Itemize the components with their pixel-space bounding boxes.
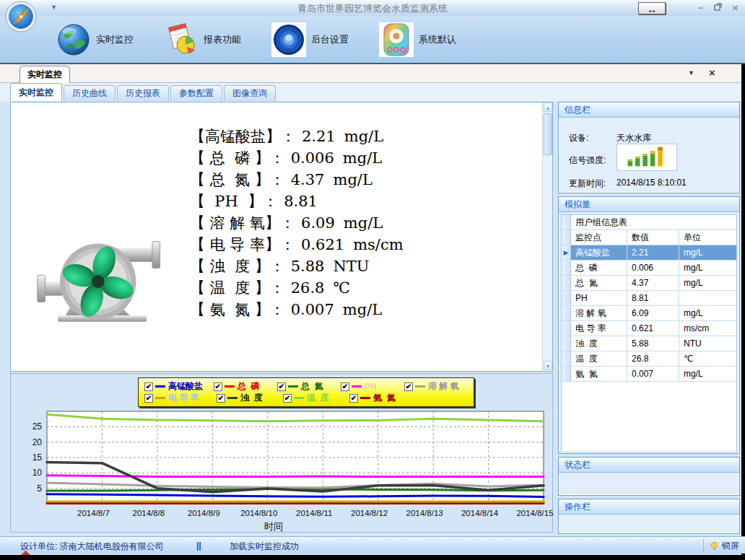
- reading-value: 26.8: [291, 279, 325, 297]
- compass-logo-icon[interactable]: [5, 1, 37, 32]
- table-row[interactable]: PH8.81: [562, 291, 736, 306]
- app-title: 青岛市世界园艺博览会水质监测系统: [0, 2, 745, 15]
- legend-item[interactable]: 温 度: [283, 392, 349, 404]
- reading-colon: ：: [280, 213, 295, 233]
- scroll-thumb[interactable]: [544, 113, 552, 155]
- update-time-label: 更新时间:: [569, 178, 606, 190]
- reading-unit: NTU: [333, 258, 369, 275]
- cell-value: 26.8: [627, 351, 679, 366]
- cell-value: 2.21: [627, 245, 679, 260]
- legend-checkbox[interactable]: [217, 394, 225, 403]
- minimize-button[interactable]: –: [699, 3, 704, 13]
- cell-unit: NTU: [679, 336, 736, 351]
- cell-point: 总 磷: [571, 261, 627, 275]
- update-time-value: 2014/8/15 8:10:01: [617, 178, 687, 188]
- cell-value: 5.88: [627, 336, 679, 351]
- row-indicator: [562, 336, 571, 351]
- table-header-row: 监控点 数值 单位: [562, 230, 736, 245]
- legend-checkbox[interactable]: [349, 394, 358, 403]
- legend-checkbox[interactable]: [144, 382, 153, 391]
- close-button[interactable]: ×: [731, 3, 739, 13]
- toolbar-button-label: 实时监控: [96, 33, 134, 46]
- lock-screen-button[interactable]: 锁屏: [703, 539, 739, 552]
- legend-checkbox[interactable]: [144, 394, 153, 403]
- legend-item[interactable]: 高锰酸盐: [144, 380, 214, 393]
- signal-label: 信号强度:: [569, 154, 606, 167]
- legend-item[interactable]: 总 磷: [214, 380, 277, 393]
- cell-unit: ms/cm: [679, 321, 736, 336]
- device-label: 设备:: [569, 132, 588, 144]
- toolbar-button-backend-settings[interactable]: 后台设置: [267, 20, 353, 59]
- resize-button[interactable]: ↔: [638, 2, 666, 14]
- legend-item[interactable]: 氨 氮: [349, 392, 416, 404]
- table-row[interactable]: 总 磷0.006mg/L: [562, 261, 736, 276]
- reading-colon: ：: [263, 191, 278, 211]
- scroll-up-button[interactable]: ▲: [544, 102, 552, 112]
- toolbar-button-system-default[interactable]: 系统默认: [375, 20, 461, 59]
- svg-text:2014/8/12: 2014/8/12: [351, 509, 388, 517]
- reading-colon: ：: [270, 148, 285, 168]
- tab-close-icon[interactable]: ×: [709, 66, 715, 79]
- inner-tab-1[interactable]: 历史曲线: [64, 85, 116, 101]
- legend-checkbox[interactable]: [214, 382, 222, 391]
- inner-tab-2[interactable]: 历史报表: [117, 85, 169, 101]
- legend-color-dash: [415, 385, 425, 388]
- reading-label: 【 总 磷 】: [190, 148, 270, 168]
- inner-tab-0[interactable]: 实时监控: [10, 83, 62, 101]
- table-row[interactable]: 溶 解 氧6.09mg/L: [562, 306, 736, 321]
- reading-unit: ms/cm: [353, 236, 403, 253]
- tab-list-caret-icon[interactable]: ▼: [688, 69, 694, 76]
- scroll-down-button[interactable]: ▼: [544, 361, 552, 370]
- cell-unit: mg/L: [679, 245, 736, 260]
- device-value: 天水水库: [617, 132, 651, 144]
- reading-line: 【 氨 氮 】：0.007mg/L: [190, 299, 404, 320]
- cell-point: 温 度: [571, 351, 627, 366]
- reading-value: 0.621: [301, 236, 344, 253]
- restore-button[interactable]: [714, 3, 720, 13]
- svg-text:2014/8/10: 2014/8/10: [240, 509, 277, 517]
- toolbar-button-report[interactable]: 报表功能: [160, 20, 245, 59]
- legend-item[interactable]: 电 导 率: [144, 392, 217, 404]
- legend-checkbox[interactable]: [277, 382, 286, 391]
- table-row[interactable]: 电 导 率0.621ms/cm: [562, 321, 736, 336]
- legend-checkbox[interactable]: [404, 382, 413, 391]
- legend-item[interactable]: 溶 解 氧: [404, 380, 468, 393]
- legend-label: 氨 氮: [373, 392, 396, 404]
- legend-item[interactable]: PH: [341, 382, 404, 392]
- reading-value: 2.21: [302, 128, 336, 145]
- legend-checkbox[interactable]: [283, 394, 292, 403]
- legend-checkbox[interactable]: [341, 382, 349, 391]
- title-bar: 青岛市世界园艺博览会水质监测系统 ▼ ↔ – ×: [0, 0, 745, 16]
- svg-text:2014/8/8: 2014/8/8: [133, 509, 165, 517]
- svg-text:2014/8/14: 2014/8/14: [461, 509, 499, 517]
- svg-text:20: 20: [32, 437, 43, 447]
- legend-row: 电 导 率浊 度温 度氨 氮: [144, 393, 468, 403]
- table-row[interactable]: ▶高锰酸盐2.21mg/L: [562, 245, 736, 261]
- legend-item[interactable]: 浊 度: [217, 392, 283, 404]
- vertical-scrollbar[interactable]: ▲ ▼: [542, 102, 552, 370]
- svg-text:25: 25: [32, 421, 43, 432]
- table-row[interactable]: 温 度26.8℃: [562, 351, 736, 367]
- legend-item[interactable]: 总 氮: [277, 380, 341, 393]
- table-row[interactable]: 浊 度5.88NTU: [562, 336, 736, 351]
- toolbar-button-realtime-globe[interactable]: 实时监控: [52, 20, 138, 59]
- reading-colon: ：: [270, 256, 285, 276]
- reading-line: 【 浊 度 】：5.88NTU: [190, 255, 404, 277]
- reading-label: 【 总 氮 】: [190, 170, 270, 190]
- cell-point: 氨 氮: [571, 367, 627, 381]
- cell-unit: [679, 291, 736, 305]
- reading-line: 【 总 氮 】：4.37mg/L: [190, 169, 404, 191]
- app-window: 青岛市世界园艺博览会水质监测系统 ▼ ↔ – × 实时监控报表功能后台设置系统默…: [0, 0, 745, 555]
- legend-color-dash: [294, 397, 304, 399]
- reading-value: 8.81: [284, 193, 318, 210]
- table-row[interactable]: 总 氮4.37mg/L: [562, 276, 736, 291]
- info-panel-title: 信息栏: [559, 102, 739, 118]
- tab-realtime-monitor[interactable]: 实时监控: [19, 66, 70, 83]
- statusbar-separator: ||: [196, 541, 201, 551]
- reading-unit: mg/L: [344, 214, 383, 232]
- quick-access-caret-icon[interactable]: ▼: [51, 4, 57, 11]
- table-row[interactable]: 氨 氮0.007mg/L: [562, 367, 736, 382]
- horizontal-arrows-icon: ↔: [647, 4, 657, 15]
- inner-tab-3[interactable]: 参数配置: [170, 85, 222, 101]
- inner-tab-4[interactable]: 图像查询: [224, 85, 276, 101]
